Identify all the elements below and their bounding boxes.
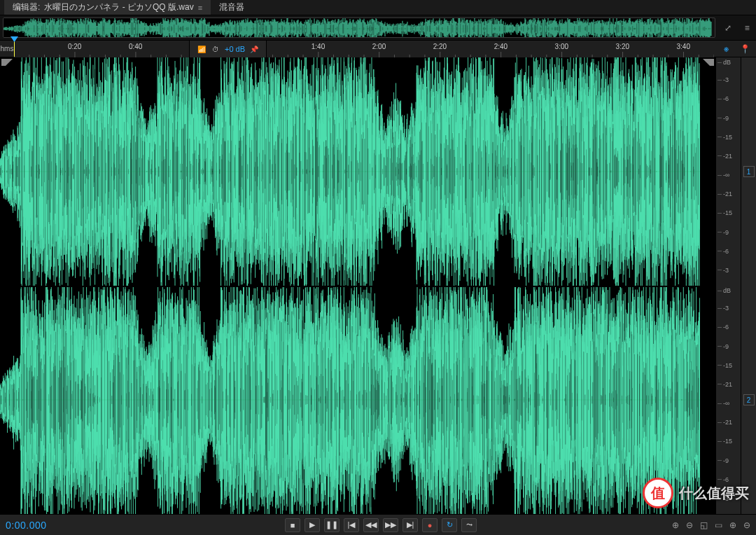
time-ruler-row: hms 📶 ⏱ +0 dB 📌 ⎈ 📍 bbox=[0, 41, 756, 57]
stop-button[interactable]: ■ bbox=[285, 518, 300, 532]
zoom-tools: ⊕ ⊖ ◱ ▭ ⊕ ⊖ bbox=[672, 520, 750, 530]
ruler-tools: ⎈ 📍 bbox=[718, 41, 756, 57]
to-start-button[interactable]: |◀ bbox=[344, 518, 359, 532]
zoom-selection-icon[interactable]: ▭ bbox=[715, 520, 722, 530]
timecode-display[interactable]: 0:00.000 bbox=[6, 520, 90, 531]
skip-silence-button[interactable]: ⤳ bbox=[461, 518, 477, 532]
waveform-editor: dB-3-6-9-15-21-∞-21-15-9-6-3 dB-3-6-9-15… bbox=[0, 57, 756, 514]
marker-tool-icon[interactable]: ⎈ bbox=[724, 44, 729, 54]
play-button[interactable]: ▶ bbox=[304, 518, 320, 532]
playhead[interactable] bbox=[14, 41, 15, 57]
channel-strip: 1 2 bbox=[741, 57, 756, 514]
tab-editor[interactable]: 编辑器: 水曜日のカンパネラ - ピカソQQ 版.wav ≡ bbox=[4, 0, 211, 15]
overview-strip: ⤢ ≡ bbox=[0, 15, 756, 41]
amplitude-scale: dB-3-6-9-15-21-∞-21-15-9-6-3 dB-3-6-9-15… bbox=[715, 57, 741, 514]
fade-in-handle[interactable] bbox=[1, 59, 13, 70]
zoom-out-vertical-icon[interactable]: ⊖ bbox=[743, 520, 750, 530]
loop-button[interactable]: ↻ bbox=[442, 518, 457, 532]
tab-mixer[interactable]: 混音器 bbox=[211, 0, 253, 15]
pin-tool-icon[interactable]: 📍 bbox=[740, 44, 750, 54]
zoom-out-icon[interactable]: ⊖ bbox=[686, 520, 693, 530]
tab-bar: 编辑器: 水曜日のカンパネラ - ピカソQQ 版.wav ≡ 混音器 bbox=[0, 0, 756, 15]
tab-editor-filename: 水曜日のカンパネラ - ピカソQQ 版.wav bbox=[44, 1, 193, 13]
time-ruler[interactable]: 📶 ⏱ +0 dB 📌 bbox=[14, 41, 718, 57]
zoom-in-icon[interactable]: ⊕ bbox=[672, 520, 679, 530]
time-unit-label: hms bbox=[0, 41, 14, 57]
waveform-display[interactable] bbox=[0, 57, 715, 514]
record-button[interactable]: ● bbox=[422, 518, 438, 532]
rewind-button[interactable]: ◀◀ bbox=[363, 518, 379, 532]
tab-editor-prefix: 编辑器: bbox=[13, 1, 40, 13]
overview-tools: ⤢ ≡ bbox=[718, 15, 756, 40]
transport-buttons: ■ ▶ ❚❚ |◀ ◀◀ ▶▶ ▶| ● ↻ ⤳ bbox=[285, 518, 477, 532]
zoom-full-icon[interactable]: ◱ bbox=[700, 520, 708, 530]
gain-readout[interactable]: 📶 ⏱ +0 dB 📌 bbox=[189, 41, 267, 57]
clock-icon: ⏱ bbox=[211, 44, 220, 54]
tab-mixer-label: 混音器 bbox=[219, 1, 244, 13]
forward-button[interactable]: ▶▶ bbox=[383, 518, 398, 532]
channel-1-toggle[interactable]: 1 bbox=[741, 57, 756, 286]
pause-button[interactable]: ❚❚ bbox=[324, 518, 340, 532]
gain-value: +0 dB bbox=[225, 45, 245, 53]
level-bars-icon: 📶 bbox=[197, 44, 206, 54]
channel-2-toggle[interactable]: 2 bbox=[741, 286, 756, 514]
fade-out-handle[interactable] bbox=[703, 59, 714, 70]
overview-waveform[interactable] bbox=[3, 18, 715, 38]
zoom-in-vertical-icon[interactable]: ⊕ bbox=[729, 520, 736, 530]
overview-list-icon[interactable]: ≡ bbox=[745, 23, 750, 33]
tab-editor-menu-icon[interactable]: ≡ bbox=[198, 4, 202, 12]
to-end-button[interactable]: ▶| bbox=[402, 518, 418, 532]
overview-zoom-icon[interactable]: ⤢ bbox=[724, 23, 732, 33]
transport-bar: 0:00.000 ■ ▶ ❚❚ |◀ ◀◀ ▶▶ ▶| ● ↻ ⤳ ⊕ ⊖ ◱ … bbox=[0, 514, 756, 535]
pin-icon[interactable]: 📌 bbox=[249, 44, 259, 54]
